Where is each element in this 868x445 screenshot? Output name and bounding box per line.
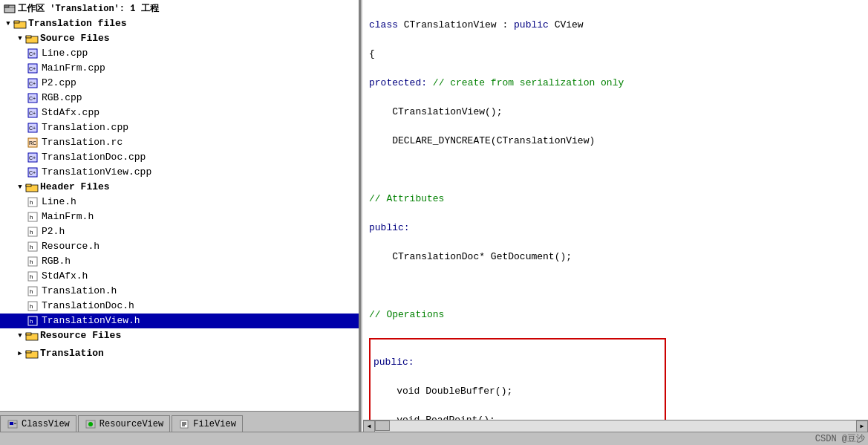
status-bar: CSDN @豆沙 [0, 432, 868, 445]
code-line-13: void DoubleBuffer(); [373, 384, 662, 399]
file-p2-cpp[interactable]: C+ P2.cpp [0, 76, 359, 91]
code-line-11: // Operations [369, 308, 862, 322]
code-line-7: // Attributes [369, 192, 862, 207]
tab-fileview[interactable]: FileView [172, 415, 243, 432]
svg-text:C+: C+ [29, 111, 36, 116]
code-line-12: public: [373, 355, 662, 370]
file-label: RGB.cpp [42, 91, 82, 105]
expand-icon-resource-files: ▼ [15, 331, 25, 341]
file-label: StdAfx.cpp [42, 105, 99, 120]
code-line-10 [369, 279, 862, 293]
code-line-1: class CTranslationView : public CView [369, 18, 862, 33]
file-label: Line.h [42, 195, 76, 209]
file-translation-rc[interactable]: RC Translation.rc [0, 135, 359, 150]
file-mainfrm-h[interactable]: h MainFrm.h [0, 209, 359, 224]
file-stdafx-h[interactable]: h StdAfx.h [0, 269, 359, 284]
file-icon-translationview-cpp: C+ [27, 167, 40, 178]
file-translationview-h[interactable]: h TranslationView.h [0, 314, 359, 328]
svg-rect-46 [26, 333, 31, 335]
main-window: 工作区 'Translation': 1 工程 ▼ Translation fi… [0, 0, 868, 445]
svg-text:C+: C+ [29, 96, 36, 101]
tree-area[interactable]: 工作区 'Translation': 1 工程 ▼ Translation fi… [0, 0, 359, 411]
code-line-2: { [369, 47, 862, 62]
code-editor[interactable]: class CTranslationView : public CView { … [363, 0, 868, 420]
translation-files-label: Translation files [28, 16, 127, 31]
file-rgb-h[interactable]: h RGB.h [0, 254, 359, 269]
file-stdafx-cpp[interactable]: C+ StdAfx.cpp [0, 105, 359, 120]
header-files-label: Header Files [40, 180, 110, 195]
svg-rect-26 [26, 184, 31, 186]
tab-resourceview-label: ResourceView [99, 419, 163, 429]
code-line-6 [369, 163, 862, 178]
file-label: P2.h [42, 224, 65, 239]
file-rgb-cpp[interactable]: C+ RGB.cpp [0, 91, 359, 105]
file-icon-resource-h: h [27, 241, 40, 252]
file-translationdoc-h[interactable]: h TranslationDoc.h [0, 299, 359, 314]
svg-text:h: h [30, 259, 33, 265]
file-line-h[interactable]: h Line.h [0, 195, 359, 209]
file-translation-cpp[interactable]: C+ Translation.cpp [0, 120, 359, 135]
folder-icon-source-files [25, 33, 39, 44]
resourceview-icon [85, 419, 97, 429]
scroll-left-arrow[interactable]: ◀ [363, 420, 375, 432]
translation-bottom-item[interactable]: ▶ Translation [0, 346, 359, 361]
tab-resourceview[interactable]: ResourceView [78, 415, 170, 432]
workspace-label: 工作区 'Translation': 1 工程 [18, 1, 159, 16]
file-line-cpp[interactable]: C+ Line.cpp [0, 46, 359, 61]
file-translation-h[interactable]: h Translation.h [0, 284, 359, 299]
workspace-icon [3, 4, 16, 14]
file-icon-stdafx-h: h [27, 271, 40, 282]
folder-icon-translation [25, 348, 39, 359]
code-line-3: protected: // create from serialization … [369, 76, 862, 91]
highlighted-block: public: void DoubleBuffer(); void ReadPo… [369, 338, 666, 420]
source-files-folder[interactable]: ▼ Source Files [0, 31, 359, 46]
file-label-selected: TranslationView.h [42, 314, 140, 328]
content-area: 工作区 'Translation': 1 工程 ▼ Translation fi… [0, 0, 868, 432]
right-panel: class CTranslationView : public CView { … [363, 0, 868, 432]
source-files-label: Source Files [40, 31, 110, 46]
code-line-9: CTranslationDoc* GetDocument(); [369, 250, 862, 264]
file-translationview-cpp[interactable]: C+ TranslationView.cpp [0, 165, 359, 180]
resource-files-folder[interactable]: ▼ Resource Files [0, 328, 359, 343]
file-resource-h[interactable]: h Resource.h [0, 239, 359, 254]
file-translationdoc-cpp[interactable]: C+ TranslationDoc.cpp [0, 150, 359, 165]
expand-icon-header-files: ▼ [15, 182, 25, 192]
svg-rect-4 [14, 21, 19, 23]
file-icon-translation-rc: RC [27, 137, 40, 148]
bottom-tabs: ClassView ResourceView [0, 411, 359, 432]
svg-rect-1 [4, 5, 9, 7]
svg-text:h: h [30, 318, 33, 325]
watermark-text: CSDN @豆沙 [815, 432, 865, 445]
svg-text:h: h [30, 214, 33, 221]
scroll-track-h[interactable] [375, 420, 856, 432]
svg-text:C+: C+ [29, 126, 36, 131]
translation-files-item[interactable]: ▼ Translation files [0, 16, 359, 31]
file-label: Translation.cpp [42, 120, 128, 135]
file-p2-h[interactable]: h P2.h [0, 224, 359, 239]
file-label: Line.cpp [42, 46, 88, 61]
header-files-folder[interactable]: ▼ Header Files [0, 180, 359, 195]
file-icon-translationdoc-h: h [27, 301, 40, 311]
file-label: TranslationDoc.cpp [42, 150, 146, 165]
file-label: Translation.rc [42, 135, 123, 150]
svg-text:RC: RC [29, 140, 36, 146]
horizontal-scrollbar[interactable]: ◀ ▶ [363, 420, 868, 432]
file-icon-translationdoc-cpp: C+ [27, 152, 40, 163]
svg-rect-6 [26, 36, 31, 38]
file-mainfrm-cpp[interactable]: C+ MainFrm.cpp [0, 61, 359, 76]
file-label: Translation.h [42, 284, 117, 299]
scroll-thumb-h[interactable] [375, 420, 390, 431]
file-label: TranslationView.cpp [42, 165, 151, 180]
expand-icon-translation: ▶ [15, 348, 25, 359]
file-label: RGB.h [42, 254, 71, 269]
tab-fileview-label: FileView [193, 419, 236, 429]
tab-classview[interactable]: ClassView [0, 415, 76, 432]
svg-text:h: h [30, 229, 33, 236]
file-icon-line-h: h [27, 197, 40, 207]
resource-files-label: Resource Files [40, 328, 121, 343]
scroll-right-arrow[interactable]: ▶ [856, 420, 868, 432]
folder-icon-header-files [25, 182, 39, 192]
svg-point-53 [88, 422, 93, 426]
file-icon-rgb-cpp: C+ [27, 93, 40, 103]
file-icon-mainfrm-h: h [27, 212, 40, 222]
